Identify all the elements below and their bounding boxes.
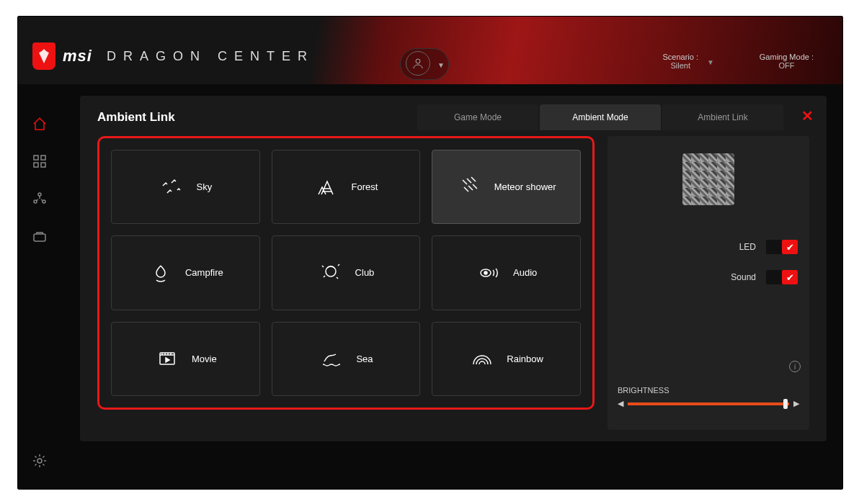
mode-audio[interactable]: Audio [432,235,581,310]
svg-rect-2 [41,156,45,160]
meteor-icon [457,174,483,200]
brightness-label: BRIGHTNESS [618,386,799,395]
brand: msi DRAGON CENTER [32,42,314,70]
brightness-increase[interactable]: ▶ [793,399,799,408]
chevron-down-icon: ▼ [707,58,714,66]
svg-point-10 [326,266,336,276]
sea-icon [319,346,344,372]
app-window: — ✕ msi DRAGON CENTER ▼ Scenario : Silen… [17,16,843,490]
mode-campfire[interactable]: Campfire [111,235,260,310]
sound-toggle[interactable]: ✔ [766,270,798,284]
svg-rect-3 [34,163,38,167]
close-panel-button[interactable]: ✕ [801,107,814,125]
svg-point-0 [416,59,420,63]
svg-rect-8 [34,234,45,241]
tab-ambient-link[interactable]: Ambient Link [662,104,783,130]
tab-game-mode[interactable]: Game Mode [417,104,538,130]
mode-meteor-shower[interactable]: Meteor shower [432,150,581,224]
scenario-label: Scenario : [662,53,698,61]
mode-sea[interactable]: Sea [272,322,421,396]
svg-point-9 [37,459,42,463]
audio-icon [476,260,502,286]
forest-icon [314,174,340,200]
mode-label: Club [355,267,375,278]
svg-rect-4 [41,163,45,167]
mode-label: Sea [356,354,373,364]
ambient-side-panel: LED ✔ Sound ✔ i BRIGHTNESS ◀ ▶ [607,136,809,430]
mode-label: Movie [192,354,217,364]
product-name: DRAGON CENTER [107,49,314,64]
msi-shield-icon [32,42,55,70]
scenario-selector[interactable]: Scenario : Silent ▼ [662,53,698,70]
nav-apps[interactable] [32,153,48,169]
mode-label: Audio [513,267,537,278]
led-toggle-row: LED ✔ [619,240,798,254]
mode-tabs: Game Mode Ambient Mode Ambient Link [417,104,783,130]
sound-label: Sound [731,272,756,282]
led-toggle[interactable]: ✔ [766,240,798,254]
nav-tools[interactable] [32,228,48,244]
info-icon[interactable]: i [789,361,801,372]
mode-label: Forest [352,181,378,192]
brightness-control: BRIGHTNESS ◀ ▶ [618,386,799,408]
panel-content: Sky Forest Meteor shower Campfire Club [97,136,809,430]
campfire-icon [148,260,174,286]
color-preview[interactable] [682,153,734,205]
ambient-mode-grid: Sky Forest Meteor shower Campfire Club [97,136,595,410]
movie-icon [154,346,180,372]
scenario-value: Silent [670,61,690,70]
mode-forest[interactable]: Forest [272,150,421,224]
sky-icon [159,174,184,200]
brightness-decrease[interactable]: ◀ [618,399,623,408]
led-label: LED [739,242,756,252]
svg-rect-1 [34,156,38,160]
ambient-panel: Ambient Link ✕ Game Mode Ambient Mode Am… [80,96,827,441]
nav-settings[interactable] [32,453,48,469]
mode-movie[interactable]: Movie [111,322,260,396]
gaming-mode-value: OFF [778,61,794,70]
rainbow-icon [469,346,495,372]
sound-toggle-row: Sound ✔ [619,270,798,284]
header: msi DRAGON CENTER ▼ Scenario : Silent ▼ … [18,17,842,84]
svg-point-5 [38,193,41,196]
mode-rainbow[interactable]: Rainbow [432,322,581,396]
nav-home[interactable] [32,116,48,132]
nav-network[interactable] [32,191,48,207]
club-icon [318,260,344,286]
svg-point-12 [484,271,487,274]
mode-sky[interactable]: Sky [111,150,260,224]
sidebar [18,103,61,489]
mode-label: Meteor shower [494,181,556,192]
mode-label: Sky [196,181,212,192]
gaming-mode-label: Gaming Mode : [760,53,814,61]
brand-name: msi [63,47,92,66]
mode-club[interactable]: Club [272,235,421,310]
gaming-mode-status[interactable]: Gaming Mode : OFF [760,53,814,70]
avatar-icon [406,51,430,76]
mode-label: Rainbow [507,354,543,364]
brightness-slider[interactable] [628,402,789,405]
tab-ambient-mode[interactable]: Ambient Mode [540,104,661,130]
mode-label: Campfire [185,267,223,278]
chevron-down-icon: ▼ [437,61,445,69]
